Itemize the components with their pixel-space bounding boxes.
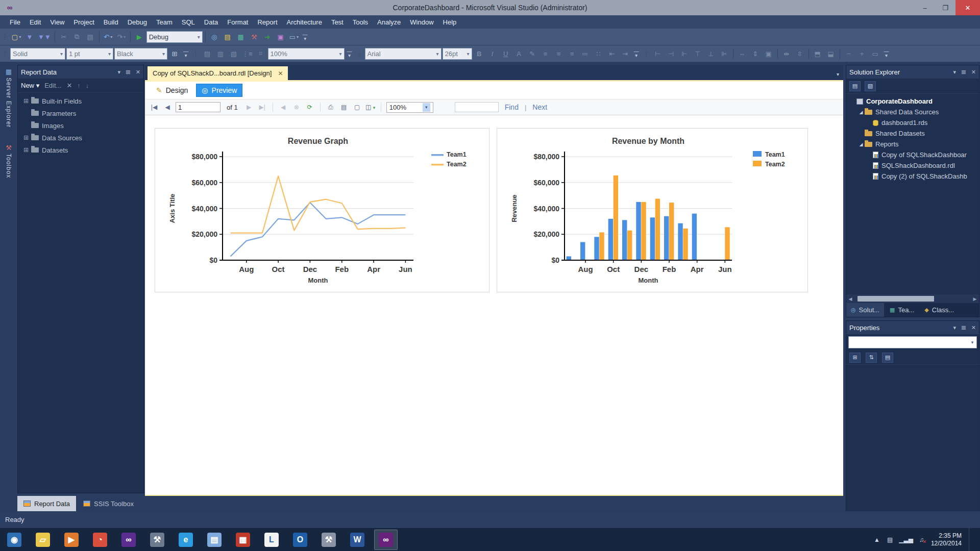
tree-item-built-in-fields[interactable]: ⊞Built-in Fields bbox=[18, 95, 143, 107]
taskbar-visual-studio[interactable]: ∞ bbox=[374, 530, 398, 550]
border-width-combo[interactable]: 1 pt▾ bbox=[66, 48, 113, 60]
tab-design[interactable]: ✎ Design bbox=[151, 84, 193, 97]
tree-item-datasets[interactable]: ⊞Datasets bbox=[18, 144, 143, 156]
toolbar-overflow-icon[interactable]: —▾ bbox=[632, 49, 641, 58]
toolbar-overflow-icon[interactable]: —▾ bbox=[182, 49, 190, 58]
taskbar-outlook[interactable]: O bbox=[288, 530, 312, 550]
ruler-icon[interactable]: ⌗ bbox=[255, 47, 267, 60]
chevron-down-icon[interactable]: ▾ bbox=[57, 51, 63, 57]
solution-horizontal-scrollbar[interactable]: ◀ ▶ bbox=[846, 294, 979, 303]
bullet-list-button[interactable]: ∷ bbox=[593, 47, 605, 60]
menu-item-format[interactable]: Format bbox=[223, 16, 253, 28]
report-zoom-combo[interactable]: 100%▾ bbox=[268, 48, 345, 60]
close-icon[interactable]: ✕ bbox=[971, 324, 976, 331]
align-text-right-button[interactable]: ≡ bbox=[566, 47, 578, 60]
send-to-back-button[interactable]: ⬓ bbox=[825, 47, 837, 60]
page-properties-icon[interactable]: ▧ bbox=[228, 47, 240, 60]
paste-button[interactable]: ▤ bbox=[84, 31, 96, 43]
dropdown-arrow-icon[interactable]: ▾ bbox=[124, 35, 126, 39]
print-button[interactable]: ⎙ bbox=[326, 104, 336, 111]
print-layout-button[interactable]: ▤ bbox=[339, 104, 349, 111]
find-link[interactable]: Find bbox=[502, 103, 522, 111]
home-button[interactable]: ▤ bbox=[849, 81, 861, 91]
menu-item-test[interactable]: Test bbox=[327, 16, 348, 28]
pin-icon[interactable]: 𝌆 bbox=[126, 69, 131, 76]
grouping-icon[interactable]: ⋮≡ bbox=[241, 47, 254, 60]
toolbox-tools-icon[interactable]: ⚒ bbox=[248, 31, 260, 43]
save-all-button[interactable]: ▼▼ bbox=[37, 31, 52, 43]
report-layout-icon[interactable]: ▥ bbox=[214, 47, 227, 60]
start-debugging-button[interactable]: ▶ bbox=[133, 31, 145, 43]
expander-icon[interactable]: ⊞ bbox=[22, 146, 30, 154]
property-pages-button[interactable]: ▤ bbox=[882, 353, 893, 363]
copy-button[interactable]: ⧉ bbox=[71, 31, 83, 43]
next-page-button[interactable]: ▶ bbox=[244, 104, 254, 111]
hidden-icons-chevron[interactable]: ▲ bbox=[874, 536, 880, 543]
align-middles-button[interactable]: ⊥ bbox=[705, 47, 717, 60]
taskbar-notepad[interactable]: ▤ bbox=[203, 530, 226, 550]
taskbar-chrome[interactable]: ◔ bbox=[88, 530, 112, 550]
scroll-left-icon[interactable]: ◀ bbox=[846, 296, 854, 302]
menu-item-analyze[interactable]: Analyze bbox=[373, 16, 405, 28]
menu-item-sql[interactable]: SQL bbox=[177, 16, 200, 28]
zoom-out-button[interactable]: − bbox=[843, 47, 855, 60]
expander-icon[interactable]: ◢ bbox=[857, 110, 865, 115]
font-size-combo[interactable]: 26pt▾ bbox=[443, 48, 472, 60]
menu-item-tools[interactable]: Tools bbox=[348, 16, 373, 28]
border-style-combo[interactable]: Solid▾ bbox=[10, 48, 65, 60]
taskbar-media-player[interactable]: ▶ bbox=[60, 530, 83, 550]
font-color-button[interactable]: A bbox=[513, 47, 525, 60]
back-to-parent-button[interactable]: ◀ bbox=[278, 104, 288, 111]
italic-button[interactable]: I bbox=[486, 47, 499, 60]
solution-item-sqlshackdashboard-rdl[interactable]: SQLShackDashboard.rdl bbox=[846, 160, 979, 171]
properties-window-icon[interactable]: ▤ bbox=[222, 31, 234, 43]
bold-button[interactable]: B bbox=[473, 47, 485, 60]
menu-item-window[interactable]: Window bbox=[405, 16, 438, 28]
align-text-left-button[interactable]: ≡ bbox=[540, 47, 552, 60]
team-explorer-icon[interactable]: ▦ bbox=[235, 31, 247, 43]
show-desktop-button[interactable] bbox=[969, 528, 973, 551]
revenue-by-month-bar-chart[interactable]: $0$20,000$40,000$60,000$80,000AugOctDecF… bbox=[497, 128, 808, 292]
pin-icon[interactable]: 𝌆 bbox=[961, 324, 966, 331]
document-tab[interactable]: Copy of SQLShackD...board.rdl [Design] ✕ bbox=[148, 66, 288, 80]
find-next-link[interactable]: Next bbox=[529, 103, 550, 111]
expander-icon[interactable]: ⊞ bbox=[22, 97, 30, 105]
delete-icon[interactable]: ✕ bbox=[66, 82, 72, 89]
scroll-right-icon[interactable]: ▶ bbox=[971, 296, 979, 302]
action-center-icon[interactable]: ▤ bbox=[887, 536, 893, 543]
new-item-button[interactable]: ▢▾ bbox=[10, 31, 22, 43]
same-width-button[interactable]: ⇔ bbox=[736, 47, 748, 60]
dropdown-arrow-icon[interactable]: ▾ bbox=[110, 35, 112, 39]
move-down-icon[interactable]: ↓ bbox=[86, 82, 89, 89]
menu-item-file[interactable]: File bbox=[5, 16, 25, 28]
chevron-down-icon[interactable]: ▾ bbox=[953, 324, 956, 331]
toolbar-overflow-icon[interactable]: —▾ bbox=[883, 49, 891, 58]
tree-item-data-sources[interactable]: ⊞Data Sources bbox=[18, 132, 143, 144]
volume-muted-icon[interactable]: ♫✕ bbox=[919, 536, 924, 543]
menu-item-edit[interactable]: Edit bbox=[25, 16, 45, 28]
menu-item-data[interactable]: Data bbox=[200, 16, 223, 28]
chevron-down-icon[interactable]: ▾ bbox=[953, 69, 956, 76]
menu-item-view[interactable]: View bbox=[45, 16, 69, 28]
close-icon[interactable]: ✕ bbox=[136, 69, 140, 76]
decrease-indent-button[interactable]: ⇤ bbox=[606, 47, 618, 60]
chevron-down-icon[interactable]: ▾ bbox=[159, 51, 165, 57]
menu-item-build[interactable]: Build bbox=[99, 16, 123, 28]
align-bottoms-button[interactable]: ⊫ bbox=[718, 47, 730, 60]
horizontal-spacing-button[interactable]: ⇹ bbox=[780, 47, 793, 60]
panel-tab-tea[interactable]: ▦Tea... bbox=[885, 303, 919, 317]
solution-item-copy-of-sqlshackdashboar[interactable]: Copy of SQLShackDashboar bbox=[846, 149, 979, 160]
cut-button[interactable]: ✂ bbox=[58, 31, 70, 43]
export-button[interactable]: ◫ ▾ bbox=[365, 104, 376, 111]
zoom-in-button[interactable]: + bbox=[856, 47, 868, 60]
align-centers-button[interactable]: ⊣ bbox=[665, 47, 677, 60]
chevron-down-icon[interactable]: ▾ bbox=[433, 51, 439, 57]
report-outline-icon[interactable]: ▤ bbox=[201, 47, 213, 60]
alphabetical-button[interactable]: ⇅ bbox=[866, 353, 877, 363]
chevron-down-icon[interactable]: ▾ bbox=[968, 337, 976, 348]
taskbar-clock[interactable]: 2:35 PM 12/20/2014 bbox=[931, 532, 962, 547]
solution-item-shared-data-sources[interactable]: ◢Shared Data Sources bbox=[846, 107, 979, 117]
toolbar-overflow-icon[interactable]: —▾ bbox=[301, 33, 309, 41]
solution-item-copy-2-of-sqlshackdashb[interactable]: Copy (2) of SQLShackDashb bbox=[846, 171, 979, 182]
taskbar-configuration-manager[interactable]: ⚒ bbox=[145, 530, 169, 550]
